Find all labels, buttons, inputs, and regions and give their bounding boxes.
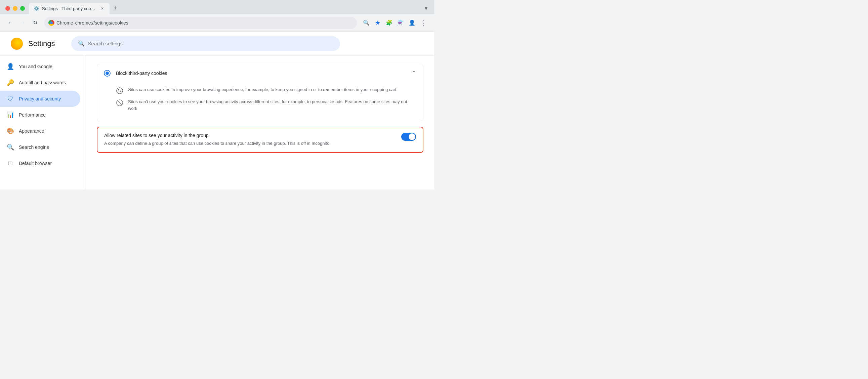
main-content: Block third-party cookies ⌃: [86, 56, 434, 189]
info-row-2: Sites can't use your cookies to see your…: [116, 98, 416, 112]
zoom-button[interactable]: 🔍: [361, 18, 372, 28]
settings-logo: [11, 38, 23, 50]
block-cookies-header[interactable]: Block third-party cookies ⌃: [97, 64, 423, 82]
page-title: Settings: [28, 39, 55, 48]
forward-button[interactable]: →: [18, 18, 28, 28]
back-button[interactable]: ←: [5, 18, 16, 28]
info-text-1: Sites can use cookies to improve your br…: [128, 86, 396, 93]
sidebar-label-default-browser: Default browser: [19, 161, 52, 166]
active-tab[interactable]: ⚙️ Settings - Third-party cookie... ✕: [29, 3, 110, 14]
sidebar-label-autofill: Autofill and passwords: [19, 80, 66, 85]
puzzle-icon: 🧩: [386, 20, 393, 26]
block-cookies-label: Block third-party cookies: [116, 70, 411, 76]
chrome-label: Chrome: [57, 20, 73, 26]
allow-related-sites-section: Allow related sites to see your activity…: [97, 127, 424, 153]
browser-icon: □: [7, 160, 14, 167]
window-controls: [3, 6, 29, 14]
person-icon: 👤: [409, 20, 415, 26]
browser-frame: ⚙️ Settings - Third-party cookie... ✕ + …: [0, 0, 434, 189]
block-cookies-radio[interactable]: [104, 70, 111, 76]
sidebar: 👤 You and Google 🔑 Autofill and password…: [0, 56, 86, 189]
url-display: chrome://settings/cookies: [75, 20, 128, 26]
svg-point-1: [118, 89, 119, 90]
sidebar-item-you-and-google[interactable]: 👤 You and Google: [0, 59, 80, 74]
bookmark-button[interactable]: ★: [372, 18, 383, 28]
nav-bar: ← → ↻ Chrome chrome://settings/cookies 🔍…: [0, 14, 434, 32]
labs-button[interactable]: ⚗️: [395, 18, 406, 28]
more-button[interactable]: ⋮: [418, 18, 429, 28]
extensions-button[interactable]: 🧩: [384, 18, 395, 28]
key-icon: 🔑: [7, 79, 14, 86]
block-cookies-section: Block third-party cookies ⌃: [97, 64, 424, 121]
svg-point-3: [119, 91, 119, 92]
svg-point-4: [120, 91, 121, 92]
tab-bar: ⚙️ Settings - Third-party cookie... ✕ + …: [29, 3, 432, 14]
zoom-icon: 🔍: [363, 20, 370, 26]
palette-icon: 🎨: [7, 127, 14, 135]
sidebar-item-performance[interactable]: 📊 Performance: [0, 107, 80, 123]
highlighted-text-block: Allow related sites to see your activity…: [104, 133, 395, 147]
tab-close-button[interactable]: ✕: [99, 6, 105, 11]
close-window-button[interactable]: [5, 6, 10, 11]
tab-title: Settings - Third-party cookie...: [42, 6, 97, 11]
allow-related-toggle[interactable]: [401, 133, 416, 141]
tab-dropdown-button[interactable]: ▾: [422, 4, 430, 12]
svg-point-2: [120, 90, 121, 90]
maximize-window-button[interactable]: [20, 6, 25, 11]
sidebar-item-appearance[interactable]: 🎨 Appearance: [0, 123, 80, 139]
flask-icon: ⚗️: [397, 20, 404, 26]
block-cookies-expanded: Sites can use cookies to improve your br…: [97, 86, 423, 121]
minimize-window-button[interactable]: [13, 6, 18, 11]
sidebar-item-privacy[interactable]: 🛡 Privacy and security: [0, 91, 80, 107]
address-bar[interactable]: Chrome chrome://settings/cookies: [44, 17, 357, 29]
nav-right-buttons: 🔍 ★ 🧩 ⚗️ 👤 ⋮: [361, 18, 429, 28]
allow-related-description: A company can define a group of sites th…: [104, 140, 395, 147]
tab-favicon: ⚙️: [34, 6, 39, 11]
search-icon: 🔍: [78, 40, 85, 47]
sidebar-label-you-and-google: You and Google: [19, 64, 53, 69]
sidebar-label-search-engine: Search engine: [19, 145, 49, 150]
title-bar: ⚙️ Settings - Third-party cookie... ✕ + …: [0, 0, 434, 14]
settings-body: 👤 You and Google 🔑 Autofill and password…: [0, 56, 434, 189]
more-icon: ⋮: [421, 19, 427, 27]
sidebar-item-search-engine[interactable]: 🔍 Search engine: [0, 139, 80, 155]
sidebar-label-performance: Performance: [19, 112, 46, 118]
chevron-up-icon: ⌃: [411, 69, 416, 77]
search-bar[interactable]: 🔍: [71, 36, 340, 51]
sidebar-item-default-browser[interactable]: □ Default browser: [0, 155, 80, 171]
reload-button[interactable]: ↻: [30, 18, 40, 28]
info-row-1: Sites can use cookies to improve your br…: [116, 86, 416, 94]
svg-line-7: [118, 101, 122, 105]
star-icon: ★: [375, 19, 380, 27]
address-bar-container: Chrome chrome://settings/cookies: [44, 17, 357, 29]
sidebar-label-appearance: Appearance: [19, 128, 44, 134]
svg-point-5: [119, 90, 119, 90]
chrome-logo-icon: [49, 20, 55, 26]
shield-icon: 🛡: [7, 95, 14, 102]
search-icon: 🔍: [7, 144, 14, 151]
gauge-icon: 📊: [7, 111, 14, 119]
sidebar-label-privacy: Privacy and security: [19, 96, 61, 101]
settings-page: Settings 🔍 👤 You and Google 🔑 Autofill a…: [0, 32, 434, 189]
info-text-2: Sites can't use your cookies to see your…: [128, 98, 416, 112]
search-input[interactable]: [88, 41, 333, 46]
sidebar-item-autofill[interactable]: 🔑 Autofill and passwords: [0, 74, 80, 91]
new-tab-button[interactable]: +: [111, 3, 120, 13]
svg-point-0: [117, 88, 123, 94]
cookie-icon: [116, 87, 123, 94]
block-icon: [116, 99, 123, 106]
person-icon: 👤: [7, 63, 14, 70]
profile-button[interactable]: 👤: [407, 18, 417, 28]
allow-related-title: Allow related sites to see your activity…: [104, 133, 395, 138]
settings-header: Settings 🔍: [0, 32, 434, 56]
